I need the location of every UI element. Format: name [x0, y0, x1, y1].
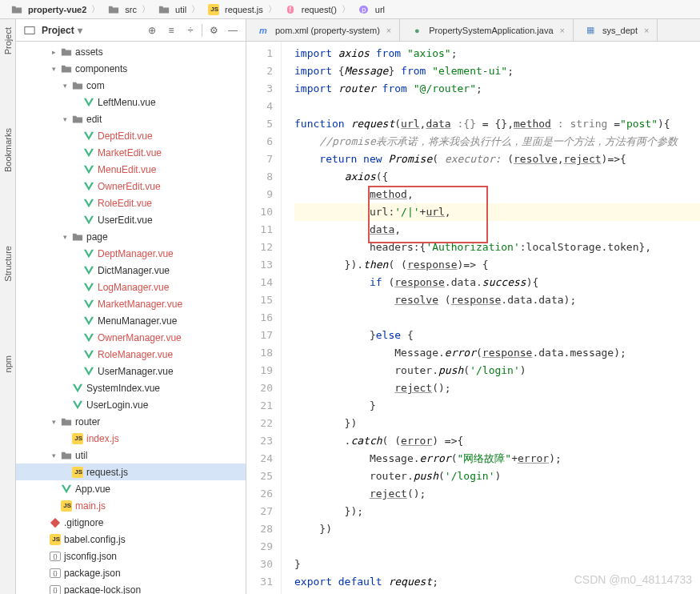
- code-line[interactable]: }: [294, 397, 700, 415]
- chevron-down-icon[interactable]: ▾: [61, 115, 69, 123]
- code-line[interactable]: method,: [294, 186, 700, 203]
- code-line[interactable]: }).then( (response)=> {: [294, 256, 700, 274]
- close-icon[interactable]: ×: [560, 26, 565, 35]
- tree-item[interactable]: SystemIndex.vue: [16, 379, 246, 396]
- tree-item[interactable]: ▾util: [16, 447, 246, 464]
- editor-tab[interactable]: mpom.xml (property-system)×: [246, 19, 400, 42]
- line-number: 10: [246, 203, 273, 221]
- tree-item[interactable]: MarketEdit.vue: [16, 144, 246, 161]
- code-line[interactable]: Message.error(response.data.message);: [294, 344, 700, 362]
- tree-item[interactable]: UserEdit.vue: [16, 211, 246, 228]
- breadcrumb-item[interactable]: JSrequest.js: [202, 3, 266, 16]
- code-line[interactable]: });: [294, 503, 700, 520]
- code-line[interactable]: import router from "@/router";: [294, 80, 700, 98]
- tree-item[interactable]: {}package.json: [16, 564, 246, 581]
- code-line[interactable]: function request(url,data :{} = {},metho…: [294, 115, 700, 133]
- tree-item[interactable]: OwnerManager.vue: [16, 329, 246, 346]
- code-line[interactable]: return new Promise( executor: (resolve,r…: [294, 151, 700, 168]
- tree-item[interactable]: ▾components: [16, 60, 246, 77]
- chevron-down-icon[interactable]: ▾: [50, 452, 58, 460]
- code-line[interactable]: Message.error("网络故障"+error);: [294, 450, 700, 468]
- code-line[interactable]: }): [294, 520, 700, 538]
- tree-item[interactable]: LeftMenu.vue: [16, 94, 246, 110]
- code-line[interactable]: axios({: [294, 168, 700, 186]
- tree-item[interactable]: {}jsconfig.json: [16, 548, 246, 564]
- tree-item[interactable]: ▾router: [16, 413, 246, 430]
- tree-item[interactable]: {}package-lock.json: [16, 581, 246, 594]
- hide-icon[interactable]: —: [225, 22, 241, 38]
- code-line[interactable]: import {Message} from "element-ui";: [294, 62, 700, 80]
- gear-icon[interactable]: ⚙: [206, 22, 222, 38]
- tree-item[interactable]: ▾page: [16, 228, 246, 245]
- code-content[interactable]: import axios from "axios";import {Messag…: [282, 42, 700, 594]
- tree-item[interactable]: OwnerEdit.vue: [16, 178, 246, 195]
- code-line[interactable]: reject();: [294, 379, 700, 397]
- tree-item[interactable]: JSrequest.js: [16, 464, 246, 480]
- code-line[interactable]: import axios from "axios";: [294, 45, 700, 62]
- editor-tab[interactable]: ▦sys_dept×: [574, 19, 658, 42]
- code-line[interactable]: if (response.data.success){: [294, 274, 700, 291]
- close-icon[interactable]: ×: [386, 26, 391, 35]
- code-line[interactable]: }else {: [294, 327, 700, 344]
- sidebar-title[interactable]: Project ▾: [21, 24, 82, 37]
- tree-item[interactable]: ▸assets: [16, 43, 246, 60]
- code-line[interactable]: router.push('/login'): [294, 362, 700, 379]
- collapse-all-icon[interactable]: ÷: [182, 22, 198, 38]
- tree-item[interactable]: JSindex.js: [16, 430, 246, 447]
- breadcrumb-item[interactable]: frequest(): [278, 3, 340, 16]
- expand-all-icon[interactable]: ≡: [163, 22, 179, 38]
- code-line[interactable]: url:'/|'+url,: [294, 203, 700, 221]
- rail-item-project[interactable]: Project: [3, 22, 13, 59]
- code-editor[interactable]: 1234567891011121314151617181920212223242…: [246, 42, 700, 594]
- code-line[interactable]: resolve (response.data.data);: [294, 291, 700, 309]
- breadcrumb-item[interactable]: property-vue2: [5, 3, 90, 16]
- chevron-down-icon[interactable]: ▾: [61, 233, 69, 241]
- tree-item[interactable]: MenuManager.vue: [16, 312, 246, 329]
- tree-item[interactable]: RoleEdit.vue: [16, 195, 246, 211]
- chevron-right-icon: 〉: [268, 3, 277, 15]
- tree-item[interactable]: UserManager.vue: [16, 363, 246, 379]
- code-line[interactable]: }): [294, 415, 700, 432]
- tree-item[interactable]: .gitignore: [16, 514, 246, 531]
- tree-item[interactable]: RoleManager.vue: [16, 346, 246, 363]
- tree-item[interactable]: App.vue: [16, 480, 246, 497]
- chevron-right-icon[interactable]: ▸: [50, 48, 58, 56]
- code-line[interactable]: [294, 538, 700, 556]
- rail-item-npm[interactable]: npm: [3, 351, 13, 377]
- tree-item[interactable]: MarketManager.vue: [16, 295, 246, 312]
- project-tree[interactable]: ▸assets▾components▾comLeftMenu.vue▾editD…: [16, 42, 246, 594]
- tree-item[interactable]: UserLogin.vue: [16, 396, 246, 413]
- tree-item[interactable]: DictManager.vue: [16, 262, 246, 279]
- tree-item[interactable]: ▾com: [16, 77, 246, 94]
- tree-item[interactable]: DeptManager.vue: [16, 245, 246, 262]
- code-line[interactable]: .catch( (error) =>{: [294, 432, 700, 450]
- tree-item-label: page: [86, 231, 108, 243]
- select-opened-icon[interactable]: ⊕: [144, 22, 160, 38]
- breadcrumb-item[interactable]: util: [152, 3, 190, 16]
- code-line[interactable]: [294, 309, 700, 327]
- breadcrumb-item[interactable]: purl: [352, 3, 388, 16]
- chevron-down-icon[interactable]: ▾: [50, 418, 58, 426]
- code-line[interactable]: router.push('/login'): [294, 468, 700, 485]
- tree-item-label: MenuEdit.vue: [98, 164, 156, 175]
- tree-item[interactable]: JSmain.js: [16, 497, 246, 514]
- chevron-down-icon[interactable]: ▾: [50, 65, 58, 73]
- tree-item[interactable]: LogManager.vue: [16, 279, 246, 295]
- code-line[interactable]: }: [294, 556, 700, 573]
- close-icon[interactable]: ×: [644, 26, 649, 35]
- code-line[interactable]: headers:{'Authorization':localStorage.to…: [294, 239, 700, 256]
- breadcrumb-item[interactable]: src: [102, 3, 140, 16]
- editor-tab[interactable]: ●PropertySystemApplication.java×: [400, 19, 574, 42]
- code-line[interactable]: //promise表示承诺，将来我会执行什么，里面是一个方法，方法有两个参数: [294, 133, 700, 151]
- tree-item[interactable]: DeptEdit.vue: [16, 127, 246, 144]
- code-line[interactable]: export default request;: [294, 573, 700, 591]
- code-line[interactable]: data,: [294, 221, 700, 239]
- tree-item[interactable]: ▾edit: [16, 110, 246, 127]
- tree-item[interactable]: MenuEdit.vue: [16, 161, 246, 178]
- chevron-down-icon[interactable]: ▾: [61, 82, 69, 90]
- tree-item[interactable]: JSbabel.config.js: [16, 531, 246, 548]
- rail-item-bookmarks[interactable]: Bookmarks: [3, 123, 13, 177]
- code-line[interactable]: reject();: [294, 485, 700, 503]
- code-line[interactable]: [294, 98, 700, 115]
- rail-item-structure[interactable]: Structure: [3, 241, 13, 287]
